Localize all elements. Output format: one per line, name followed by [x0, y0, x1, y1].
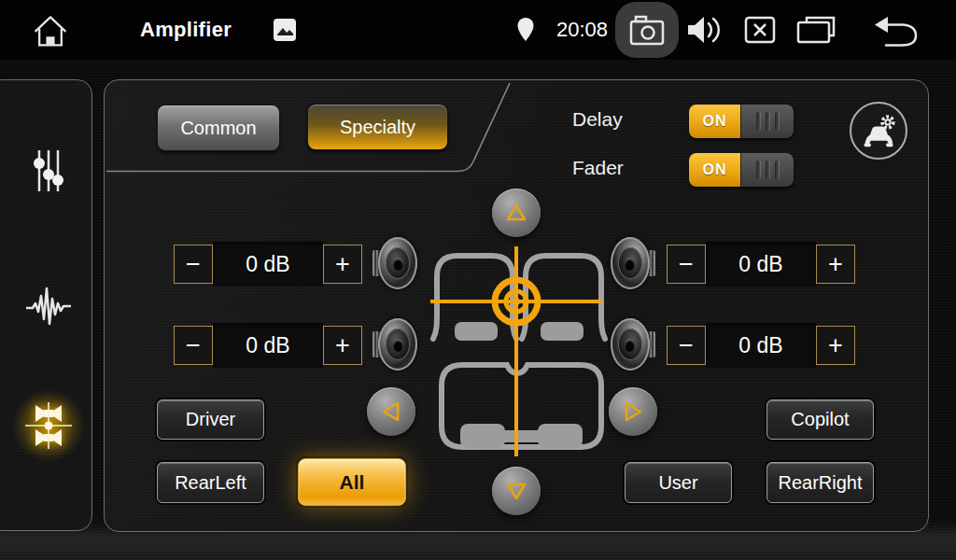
- amplifier-screen: Amplifier 20:08: [0, 0, 956, 560]
- arrow-left-icon: [381, 401, 401, 422]
- gain-rear-left-minus-button[interactable]: −: [174, 326, 213, 365]
- delay-toggle[interactable]: ON: [689, 105, 794, 138]
- car-settings-button[interactable]: [850, 102, 907, 160]
- front-left-seat-cushion: [455, 322, 498, 341]
- fade-rear-button[interactable]: [492, 467, 541, 515]
- clock: 20:08: [556, 0, 608, 60]
- equalizer-icon: [31, 148, 66, 193]
- gain-front-right-minus-button[interactable]: −: [667, 245, 706, 284]
- gain-rear-left: − 0 dB +: [174, 323, 362, 368]
- back-button[interactable]: [870, 13, 921, 49]
- balance-fader-panel: Common Specialty Delay ON Fader ON: [104, 79, 929, 532]
- gain-rear-right-value: 0 dB: [706, 323, 816, 368]
- gain-front-right-plus-button[interactable]: +: [816, 245, 855, 284]
- delay-toggle-on-label: ON: [689, 105, 740, 138]
- rear-left-speaker-icon: [373, 318, 417, 371]
- sidebar-item-equalizer[interactable]: [24, 145, 73, 197]
- rear-center-cushion: [501, 430, 541, 442]
- gain-front-left-plus-button[interactable]: +: [323, 245, 362, 284]
- balance-icon: [24, 401, 73, 450]
- gain-front-right-value: 0 dB: [706, 242, 816, 287]
- front-left-speaker-icon: [373, 237, 417, 289]
- fader-label: Fader: [572, 157, 656, 179]
- arrow-down-icon: [506, 481, 527, 501]
- rear-left-cushion: [460, 424, 505, 448]
- delay-label: Delay: [572, 108, 656, 131]
- camera-icon: [628, 13, 666, 47]
- audio-sidebar: [0, 79, 92, 531]
- gain-front-left-value: 0 dB: [213, 242, 323, 287]
- fader-toggle[interactable]: ON: [689, 153, 794, 187]
- preset-user-label: User: [658, 472, 697, 494]
- gain-rear-left-plus-button[interactable]: +: [323, 326, 362, 365]
- gain-front-left: − 0 dB +: [174, 242, 362, 287]
- preset-user-button[interactable]: User: [625, 462, 732, 503]
- location-button[interactable]: [515, 16, 536, 44]
- preset-rearright-button[interactable]: RearRight: [766, 462, 874, 503]
- tab-specialty-label: Specialty: [340, 117, 415, 138]
- close-window-icon: [744, 16, 776, 44]
- rear-right-cushion: [538, 424, 583, 448]
- front-right-seat-cushion: [541, 322, 583, 341]
- preset-copilot-button[interactable]: Copilot: [766, 399, 874, 440]
- arrow-up-icon: [506, 203, 527, 223]
- preset-all-label: All: [340, 471, 365, 494]
- gain-rear-right: − 0 dB +: [667, 323, 855, 368]
- gain-front-left-minus-button[interactable]: −: [174, 245, 213, 284]
- volume-icon: [686, 15, 722, 45]
- sidebar-item-balance-fader[interactable]: [24, 399, 73, 452]
- sidebar-item-sound-effects[interactable]: [24, 280, 73, 332]
- preset-driver-label: Driver: [186, 409, 235, 430]
- gallery-icon: [274, 19, 296, 41]
- preset-copilot-label: Copilot: [791, 409, 849, 430]
- waveform-icon: [25, 285, 72, 328]
- balance-right-button[interactable]: [609, 387, 657, 436]
- fade-front-button[interactable]: [492, 189, 541, 237]
- volume-button[interactable]: [684, 15, 724, 45]
- fader-toggle-on-label: ON: [689, 153, 740, 187]
- recent-apps-button[interactable]: [794, 14, 837, 46]
- tab-common[interactable]: Common: [157, 105, 280, 151]
- home-icon: [29, 11, 72, 49]
- gain-rear-left-value: 0 dB: [213, 323, 323, 368]
- camera-button[interactable]: [615, 2, 679, 58]
- car-settings-icon: [860, 113, 897, 148]
- toggle-grip: [740, 105, 794, 138]
- recent-apps-icon: [795, 15, 836, 45]
- gain-rear-right-plus-button[interactable]: +: [816, 326, 855, 365]
- preset-rearright-label: RearRight: [778, 472, 862, 494]
- back-icon: [872, 14, 919, 48]
- gallery-button[interactable]: [273, 19, 297, 41]
- gain-front-right: − 0 dB +: [667, 242, 855, 287]
- gain-rear-right-minus-button[interactable]: −: [667, 326, 706, 365]
- page-title: Amplifier: [140, 0, 232, 60]
- preset-rearleft-label: RearLeft: [175, 472, 246, 494]
- tab-specialty[interactable]: Specialty: [307, 104, 448, 150]
- tab-common-label: Common: [180, 118, 256, 139]
- preset-driver-button[interactable]: Driver: [157, 399, 264, 440]
- car-seat-map: [412, 234, 626, 468]
- arrow-right-icon: [623, 401, 643, 422]
- balance-left-button[interactable]: [367, 387, 415, 436]
- close-window-button[interactable]: [743, 15, 777, 45]
- preset-all-button[interactable]: All: [298, 458, 406, 506]
- location-pin-icon: [516, 17, 535, 43]
- preset-rearleft-button[interactable]: RearLeft: [157, 462, 264, 503]
- toggle-grip: [740, 153, 794, 187]
- home-button[interactable]: [26, 11, 75, 49]
- top-status-bar: Amplifier 20:08: [0, 0, 956, 60]
